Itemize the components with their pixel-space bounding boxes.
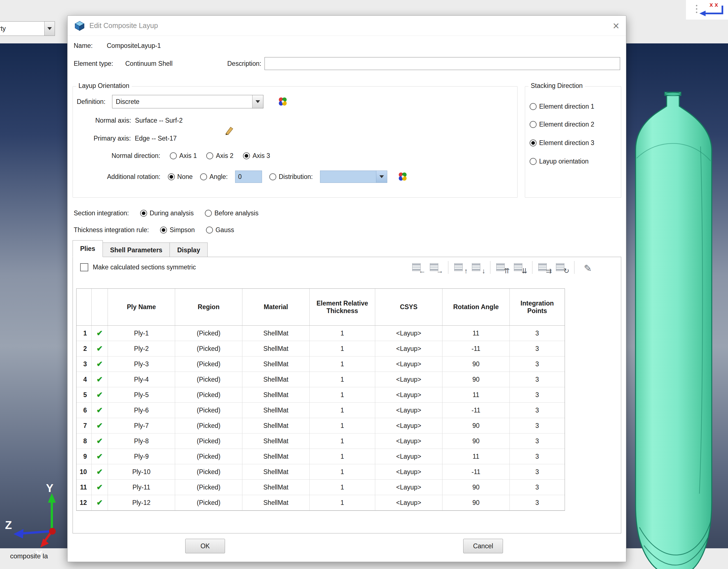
ply-row-number[interactable]: 11 — [76, 480, 92, 495]
ply-integration-points-cell[interactable]: 3 — [510, 433, 565, 449]
ply-csys-cell[interactable]: <Layup> — [375, 387, 442, 403]
ply-name-cell[interactable]: Ply-9 — [108, 449, 175, 464]
ply-integration-points-cell[interactable]: 3 — [510, 403, 565, 418]
ply-active-check-icon[interactable]: ✔ — [92, 356, 108, 372]
angle-input[interactable] — [235, 171, 262, 183]
ply-rotation-angle-cell[interactable]: 90 — [442, 418, 510, 433]
insert-ply-after-icon[interactable]: → — [429, 261, 443, 274]
ply-rotation-angle-cell[interactable]: -11 — [442, 464, 510, 480]
cancel-button[interactable]: Cancel — [463, 539, 503, 553]
ply-region-cell[interactable]: (Picked) — [175, 480, 242, 495]
ply-name-cell[interactable]: Ply-3 — [108, 356, 175, 372]
ply-integration-points-cell[interactable]: 3 — [510, 480, 565, 495]
edit-ply-icon[interactable]: ✎ — [579, 261, 593, 274]
ply-integration-points-cell[interactable]: 3 — [510, 356, 565, 372]
ply-csys-cell[interactable]: <Layup> — [375, 326, 442, 341]
ply-rotation-angle-cell[interactable]: 11 — [442, 326, 510, 341]
ply-row-number[interactable]: 5 — [76, 387, 92, 403]
ply-name-cell[interactable]: Ply-12 — [108, 495, 175, 510]
insert-ply-before-icon[interactable]: ← — [411, 261, 425, 274]
ply-row-number[interactable]: 1 — [76, 326, 92, 341]
ply-name-cell[interactable]: Ply-8 — [108, 433, 175, 449]
pattern-plies-icon[interactable]: ⇉ — [537, 261, 551, 274]
ply-thickness-cell[interactable]: 1 — [310, 387, 375, 403]
delete-ply-icon[interactable]: ⇊ — [513, 261, 527, 274]
ply-material-cell[interactable]: ShellMat — [242, 464, 310, 480]
ply-active-check-icon[interactable]: ✔ — [92, 433, 108, 449]
ok-button[interactable]: OK — [185, 539, 225, 553]
dialog-titlebar[interactable]: Edit Composite Layup × — [68, 16, 626, 36]
ply-rotation-angle-cell[interactable]: 11 — [442, 387, 510, 403]
ply-rotation-angle-cell[interactable]: 90 — [442, 433, 510, 449]
ply-name-cell[interactable]: Ply-11 — [108, 480, 175, 495]
ply-name-cell[interactable]: Ply-5 — [108, 387, 175, 403]
ply-active-check-icon[interactable]: ✔ — [92, 341, 108, 356]
ply-material-cell[interactable]: ShellMat — [242, 356, 310, 372]
radio-element-direction-2[interactable]: Element direction 2 — [530, 121, 594, 128]
ply-csys-cell[interactable]: <Layup> — [375, 464, 442, 480]
radio-gauss[interactable]: Gauss — [206, 226, 234, 234]
tab-plies[interactable]: Plies — [73, 240, 103, 257]
ply-row-number[interactable]: 7 — [76, 418, 92, 433]
ply-csys-cell[interactable]: <Layup> — [375, 449, 442, 464]
tab-display[interactable]: Display — [170, 243, 208, 257]
ply-thickness-cell[interactable]: 1 — [310, 464, 375, 480]
ply-thickness-cell[interactable]: 1 — [310, 480, 375, 495]
ply-region-cell[interactable]: (Picked) — [175, 433, 242, 449]
radio-before-analysis[interactable]: Before analysis — [205, 210, 258, 217]
ply-thickness-cell[interactable]: 1 — [310, 418, 375, 433]
radio-rotation-none[interactable]: None — [168, 173, 193, 181]
ply-material-cell[interactable]: ShellMat — [242, 341, 310, 356]
ply-integration-points-cell[interactable]: 3 — [510, 326, 565, 341]
ply-row-number[interactable]: 3 — [76, 356, 92, 372]
ply-name-cell[interactable]: Ply-2 — [108, 341, 175, 356]
ply-name-cell[interactable]: Ply-4 — [108, 372, 175, 387]
ply-integration-points-cell[interactable]: 3 — [510, 495, 565, 510]
ply-row-number[interactable]: 12 — [76, 495, 92, 510]
ply-region-cell[interactable]: (Picked) — [175, 403, 242, 418]
ply-thickness-cell[interactable]: 1 — [310, 326, 375, 341]
ply-rotation-angle-cell[interactable]: 90 — [442, 356, 510, 372]
radio-simpson[interactable]: Simpson — [160, 226, 194, 234]
ply-row-number[interactable]: 6 — [76, 403, 92, 418]
ply-row-number[interactable]: 2 — [76, 341, 92, 356]
ply-thickness-cell[interactable]: 1 — [310, 449, 375, 464]
ply-integration-points-cell[interactable]: 3 — [510, 387, 565, 403]
move-ply-up-icon[interactable]: ↑ — [453, 261, 467, 274]
ply-active-check-icon[interactable]: ✔ — [92, 495, 108, 510]
ply-csys-cell[interactable]: <Layup> — [375, 495, 442, 510]
ply-material-cell[interactable]: ShellMat — [242, 418, 310, 433]
ply-active-check-icon[interactable]: ✔ — [92, 464, 108, 480]
ply-csys-cell[interactable]: <Layup> — [375, 418, 442, 433]
ply-thickness-cell[interactable]: 1 — [310, 403, 375, 418]
ply-region-cell[interactable]: (Picked) — [175, 356, 242, 372]
radio-rotation-distribution[interactable]: Distribution: — [269, 173, 313, 181]
ply-active-check-icon[interactable]: ✔ — [92, 418, 108, 433]
ply-active-check-icon[interactable]: ✔ — [92, 387, 108, 403]
radio-during-analysis[interactable]: During analysis — [140, 210, 194, 217]
symmetric-checkbox[interactable] — [80, 263, 88, 271]
ply-rotation-angle-cell[interactable]: 90 — [442, 372, 510, 387]
ply-thickness-cell[interactable]: 1 — [310, 341, 375, 356]
radio-normal-direction-axis1[interactable]: Axis 1 — [170, 152, 197, 160]
radio-element-direction-1[interactable]: Element direction 1 — [530, 103, 594, 110]
ply-integration-points-cell[interactable]: 3 — [510, 464, 565, 480]
ply-region-cell[interactable]: (Picked) — [175, 449, 242, 464]
ply-rotation-angle-cell[interactable]: -11 — [442, 403, 510, 418]
tab-shell-parameters[interactable]: Shell Parameters — [103, 243, 170, 257]
ply-row-number[interactable]: 9 — [76, 449, 92, 464]
chevron-down-icon[interactable] — [44, 22, 55, 36]
ply-csys-cell[interactable]: <Layup> — [375, 341, 442, 356]
datum-csys-picker-icon[interactable] — [277, 97, 288, 107]
ply-material-cell[interactable]: ShellMat — [242, 326, 310, 341]
ply-rotation-angle-cell[interactable]: 90 — [442, 495, 510, 510]
ply-thickness-cell[interactable]: 1 — [310, 356, 375, 372]
ply-name-cell[interactable]: Ply-10 — [108, 464, 175, 480]
ply-region-cell[interactable]: (Picked) — [175, 341, 242, 356]
ply-csys-cell[interactable]: <Layup> — [375, 372, 442, 387]
radio-normal-direction-axis2[interactable]: Axis 2 — [206, 152, 233, 160]
distribution-picker-icon[interactable] — [397, 172, 407, 182]
close-icon[interactable]: × — [613, 20, 619, 31]
ply-rotation-angle-cell[interactable]: 11 — [442, 449, 510, 464]
distribution-select[interactable] — [320, 171, 387, 183]
